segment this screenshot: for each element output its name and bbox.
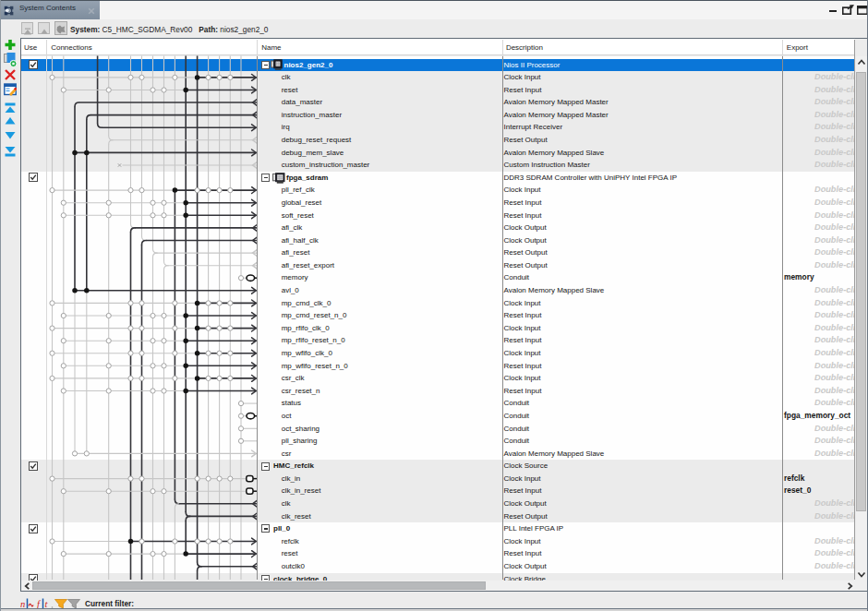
svg-text:f: f — [37, 598, 42, 608]
svg-text:t: t — [45, 598, 49, 608]
svg-text:n: n — [20, 598, 25, 608]
